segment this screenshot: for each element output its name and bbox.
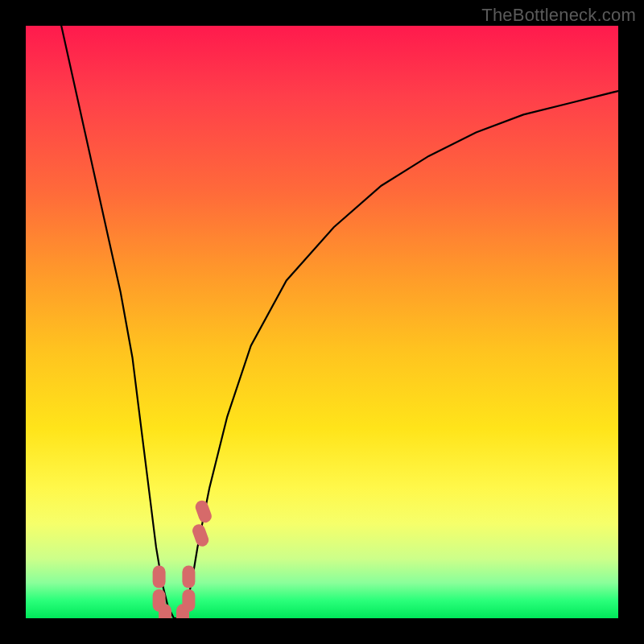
marker-point: [159, 604, 171, 618]
chart-frame: TheBottleneck.com: [0, 0, 644, 644]
marker-point: [153, 566, 166, 588]
marker-point: [191, 522, 211, 548]
curve-bottleneck-curve: [61, 26, 618, 618]
plot-area: [26, 26, 618, 618]
marker-point: [182, 589, 195, 612]
marker-point: [182, 566, 195, 588]
watermark-label: TheBottleneck.com: [481, 5, 636, 26]
marker-point: [193, 499, 213, 525]
chart-canvas: [26, 26, 618, 618]
